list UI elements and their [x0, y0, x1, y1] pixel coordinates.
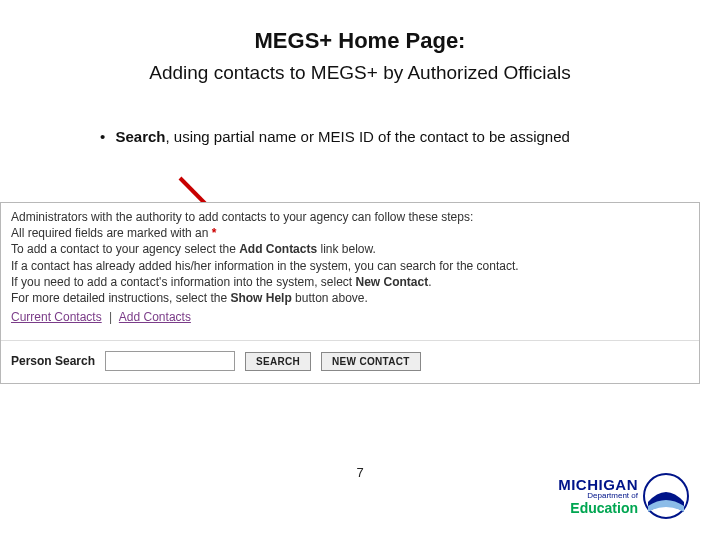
- panel-line-5-post: .: [428, 275, 431, 289]
- current-contacts-link[interactable]: Current Contacts: [11, 310, 102, 324]
- panel-line-1: Administrators with the authority to add…: [11, 209, 689, 225]
- bullet-item: • Search, using partial name or MEIS ID …: [100, 128, 680, 145]
- panel-line-5: If you need to add a contact's informati…: [11, 274, 689, 290]
- panel-line-6-post: button above.: [292, 291, 368, 305]
- bullet-rest: , using partial name or MEIS ID of the c…: [165, 128, 569, 145]
- panel-line-6-pre: For more detailed instructions, select t…: [11, 291, 230, 305]
- panel-line-5-pre: If you need to add a contact's informati…: [11, 275, 355, 289]
- link-separator: |: [109, 310, 112, 324]
- slide-title: MEGS+ Home Page:: [0, 0, 720, 54]
- person-search-input[interactable]: [105, 351, 235, 371]
- bullet-strong: Search: [115, 128, 165, 145]
- links-row: Current Contacts | Add Contacts: [11, 310, 689, 324]
- instructions-panel: Administrators with the authority to add…: [0, 202, 700, 384]
- panel-line-6: For more detailed instructions, select t…: [11, 290, 689, 306]
- panel-line-2-pre: All required fields are marked with an: [11, 226, 212, 240]
- logo-line-michigan: MICHIGAN: [558, 477, 638, 493]
- panel-line-6-bold: Show Help: [230, 291, 291, 305]
- panel-line-3-post: link below.: [317, 242, 376, 256]
- logo-text: MICHIGAN Department of Education: [558, 477, 638, 516]
- michigan-education-logo: MICHIGAN Department of Education: [558, 472, 690, 520]
- panel-line-3-bold: Add Contacts: [239, 242, 317, 256]
- search-button[interactable]: SEARCH: [245, 352, 311, 371]
- person-search-label: Person Search: [11, 354, 95, 368]
- panel-line-5-bold: New Contact: [355, 275, 428, 289]
- logo-seal-icon: [642, 472, 690, 520]
- panel-line-3: To add a contact to your agency select t…: [11, 241, 689, 257]
- panel-line-2: All required fields are marked with an *: [11, 225, 689, 241]
- panel-body: Administrators with the authority to add…: [1, 203, 699, 334]
- bullet-dot: •: [100, 128, 105, 145]
- new-contact-button[interactable]: NEW CONTACT: [321, 352, 421, 371]
- add-contacts-link[interactable]: Add Contacts: [119, 310, 191, 324]
- required-asterisk-icon: *: [212, 226, 217, 240]
- panel-line-4: If a contact has already added his/her i…: [11, 258, 689, 274]
- panel-line-3-pre: To add a contact to your agency select t…: [11, 242, 239, 256]
- slide: MEGS+ Home Page: Adding contacts to MEGS…: [0, 0, 720, 540]
- logo-line-education: Education: [558, 501, 638, 516]
- search-row: Person Search SEARCH NEW CONTACT: [1, 340, 699, 383]
- slide-subtitle: Adding contacts to MEGS+ by Authorized O…: [0, 62, 720, 84]
